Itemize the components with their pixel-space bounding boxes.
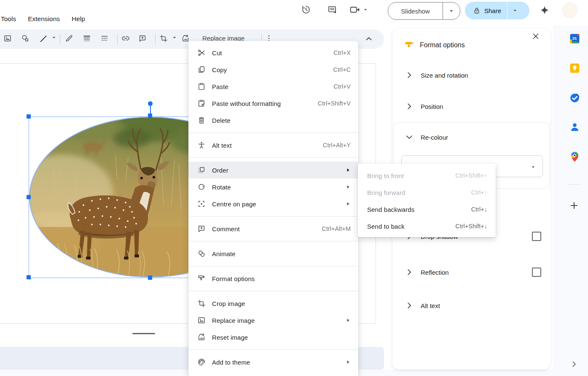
add-comment-icon[interactable] (138, 34, 147, 43)
menu-item-paste-without-formatting[interactable]: Paste without formattingCtrl+Shift+V (188, 95, 358, 112)
paint-roller-icon (197, 274, 206, 283)
share-button-group[interactable]: Share (465, 2, 529, 19)
menu-item-cut[interactable]: CutCtrl+X (188, 44, 358, 61)
gemini-sparkle-icon[interactable] (539, 5, 550, 16)
selection-handle-mid-left[interactable] (27, 195, 31, 199)
border-color-icon[interactable] (65, 34, 73, 43)
line-caret-icon[interactable] (51, 34, 57, 41)
context-menu: CutCtrl+XCopyCtrl+CPasteCtrl+VPaste with… (188, 41, 358, 376)
toolbar-divider (117, 34, 118, 44)
menu-item-reset-image[interactable]: Reset image (188, 329, 358, 346)
submenu-arrow-icon (346, 360, 351, 365)
panel-section-position[interactable]: Position (392, 97, 550, 116)
insert-shape-icon[interactable] (21, 34, 30, 43)
menu-item-replace-image[interactable]: Replace image (188, 312, 358, 329)
user-avatar[interactable] (562, 3, 577, 18)
crop-caret-icon[interactable] (171, 34, 178, 41)
menu-item-delete[interactable]: Delete (188, 112, 358, 129)
menu-item-copy[interactable]: CopyCtrl+C (188, 61, 358, 78)
chevron-down-icon[interactable] (405, 133, 414, 142)
rotation-handle[interactable] (148, 101, 153, 106)
copy-icon (197, 65, 206, 74)
notes-resize-handle[interactable] (132, 333, 155, 334)
selection-handle-bottom-center[interactable] (148, 276, 152, 280)
close-icon[interactable] (531, 32, 540, 41)
camera-dropdown-caret-icon[interactable] (362, 6, 369, 13)
svg-text:31: 31 (572, 36, 577, 41)
menu-item-label: Centre on page (212, 200, 341, 208)
menu-item-crop-image[interactable]: Crop image (188, 295, 358, 312)
add-comment-icon (197, 225, 206, 233)
crop-icon[interactable] (159, 34, 168, 43)
side-panel-chevron-icon[interactable] (570, 360, 578, 368)
panel-section-alt-text[interactable]: Alt text (392, 296, 550, 315)
submenu-item-bring-to-front: Bring to frontCtrl+Shift+↑ (358, 167, 496, 184)
rail-divider (569, 184, 580, 185)
reflection-checkbox[interactable] (532, 268, 541, 277)
submenu-item-label: Send to back (367, 223, 455, 230)
menu-divider (188, 349, 358, 350)
insert-link-icon[interactable] (121, 34, 130, 43)
menu-tools[interactable]: Tools (0, 14, 17, 24)
meet-camera-icon[interactable] (349, 4, 360, 15)
menu-item-comment[interactable]: CommentCtrl+Alt+M (188, 220, 358, 237)
menu-item-alt-text[interactable]: Alt textCtrl+Alt+Y (188, 137, 358, 154)
version-history-icon[interactable] (301, 5, 311, 15)
border-weight-icon[interactable] (83, 34, 91, 43)
submenu-item-send-to-back[interactable]: Send to backCtrl+Shift+↓ (358, 218, 496, 235)
menu-item-add-to-theme[interactable]: Add to theme (188, 354, 358, 371)
selection-handle-top-left[interactable] (27, 114, 31, 119)
menu-item-label: Format options (212, 275, 351, 282)
menu-item-format-options[interactable]: Format options (188, 270, 358, 287)
menu-item-paste[interactable]: PasteCtrl+V (188, 78, 358, 95)
menubar: ToolsExtensionsHelp (0, 13, 86, 25)
toolbar-divider (60, 34, 60, 44)
border-dash-icon[interactable] (100, 34, 109, 43)
submenu-item-send-backwards[interactable]: Send backwardsCtrl+↓ (358, 201, 496, 218)
menu-item-order[interactable]: Order (188, 162, 358, 179)
menu-item-centre-on-page[interactable]: Centre on page (188, 195, 358, 212)
menu-item-rotate[interactable]: Rotate (188, 179, 358, 195)
drop-shadow-checkbox[interactable] (532, 232, 541, 241)
panel-section-reflection[interactable]: Reflection (392, 263, 550, 281)
rotate-icon (197, 183, 206, 191)
submenu-arrow-icon (346, 168, 351, 173)
insert-line-icon[interactable] (39, 34, 48, 43)
panel-section-size-and-rotation[interactable]: Size and rotation (392, 66, 550, 84)
insert-image-icon[interactable] (3, 34, 12, 43)
menu-divider (188, 266, 358, 266)
comments-icon[interactable] (327, 5, 337, 15)
contacts-icon[interactable] (569, 122, 580, 133)
panel-section-label: Re-colour (421, 134, 448, 141)
clipboard-icon (197, 82, 206, 91)
share-button[interactable]: Share (484, 7, 501, 14)
slideshow-button-group[interactable]: Slideshow (388, 2, 460, 20)
tasks-icon[interactable] (569, 92, 580, 103)
menu-help[interactable]: Help (71, 14, 86, 24)
menu-divider (188, 133, 358, 133)
reset-image-icon[interactable] (181, 34, 190, 43)
selection-handle-bottom-left[interactable] (27, 275, 31, 279)
slideshow-dropdown-caret-icon[interactable] (443, 8, 460, 14)
menu-item-label: Delete (212, 117, 351, 124)
hide-menus-icon[interactable] (364, 34, 373, 43)
panel-section-re-colour[interactable]: Re-colour (392, 128, 550, 146)
chevron-right-icon[interactable] (405, 70, 414, 80)
menu-item-animate[interactable]: Animate (188, 245, 358, 262)
keep-icon[interactable] (569, 62, 580, 74)
submenu-item-shortcut: Ctrl+↑ (471, 189, 487, 196)
menu-item-shortcut: Ctrl+Shift+V (318, 100, 351, 107)
reset-image-icon (197, 333, 206, 341)
calendar-icon[interactable]: 31 (569, 33, 580, 44)
chevron-right-icon[interactable] (405, 102, 414, 111)
add-app-icon[interactable] (569, 200, 579, 211)
selection-handle-top-center[interactable] (148, 114, 152, 118)
submenu-item-label: Bring forward (367, 189, 471, 196)
menu-extensions[interactable]: Extensions (27, 14, 61, 24)
chevron-right-icon[interactable] (405, 268, 414, 277)
menu-item-label: Copy (212, 66, 333, 73)
chevron-right-icon[interactable] (405, 301, 414, 310)
maps-icon[interactable] (569, 151, 580, 162)
slideshow-button[interactable]: Slideshow (388, 8, 443, 15)
share-dropdown-caret-icon[interactable] (512, 7, 518, 14)
